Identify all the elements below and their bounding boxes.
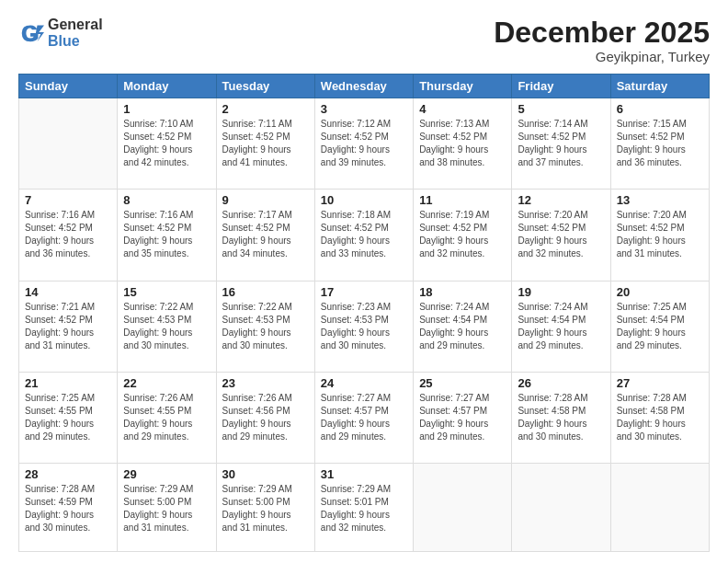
logo-general: General bbox=[48, 17, 103, 33]
calendar-cell: 15Sunrise: 7:22 AM Sunset: 4:53 PM Dayli… bbox=[118, 281, 216, 372]
calendar-cell: 31Sunrise: 7:29 AM Sunset: 5:01 PM Dayli… bbox=[314, 464, 413, 552]
day-info: Sunrise: 7:12 AM Sunset: 4:52 PM Dayligh… bbox=[321, 118, 407, 169]
day-info: Sunrise: 7:14 AM Sunset: 4:52 PM Dayligh… bbox=[518, 118, 604, 169]
calendar-cell: 30Sunrise: 7:29 AM Sunset: 5:00 PM Dayli… bbox=[216, 464, 314, 552]
calendar-cell: 27Sunrise: 7:28 AM Sunset: 4:58 PM Dayli… bbox=[610, 372, 709, 463]
calendar-cell: 21Sunrise: 7:25 AM Sunset: 4:55 PM Dayli… bbox=[19, 372, 118, 463]
month-title: December 2025 bbox=[494, 17, 710, 49]
day-info: Sunrise: 7:22 AM Sunset: 4:53 PM Dayligh… bbox=[123, 301, 210, 352]
day-number: 5 bbox=[518, 102, 604, 116]
day-info: Sunrise: 7:20 AM Sunset: 4:52 PM Dayligh… bbox=[617, 209, 703, 260]
calendar-cell: 25Sunrise: 7:27 AM Sunset: 4:57 PM Dayli… bbox=[414, 372, 512, 463]
logo-icon bbox=[18, 20, 44, 46]
day-info: Sunrise: 7:26 AM Sunset: 4:55 PM Dayligh… bbox=[123, 392, 210, 443]
day-number: 21 bbox=[25, 376, 111, 390]
day-number: 14 bbox=[25, 285, 111, 299]
calendar-table: SundayMondayTuesdayWednesdayThursdayFrid… bbox=[18, 74, 710, 552]
day-info: Sunrise: 7:13 AM Sunset: 4:52 PM Dayligh… bbox=[419, 118, 506, 169]
calendar-cell: 20Sunrise: 7:25 AM Sunset: 4:54 PM Dayli… bbox=[610, 281, 709, 372]
day-info: Sunrise: 7:10 AM Sunset: 4:52 PM Dayligh… bbox=[123, 118, 210, 169]
day-number: 19 bbox=[518, 285, 604, 299]
day-info: Sunrise: 7:20 AM Sunset: 4:52 PM Dayligh… bbox=[518, 209, 604, 260]
calendar-cell: 7Sunrise: 7:16 AM Sunset: 4:52 PM Daylig… bbox=[19, 190, 118, 281]
day-info: Sunrise: 7:26 AM Sunset: 4:56 PM Dayligh… bbox=[222, 392, 309, 443]
day-number: 16 bbox=[222, 285, 309, 299]
calendar-cell bbox=[414, 464, 512, 552]
column-header-sunday: Sunday bbox=[19, 75, 118, 98]
day-number: 4 bbox=[419, 102, 506, 116]
calendar-cell: 28Sunrise: 7:28 AM Sunset: 4:59 PM Dayli… bbox=[19, 464, 118, 552]
calendar-header-row: SundayMondayTuesdayWednesdayThursdayFrid… bbox=[19, 75, 710, 98]
day-number: 2 bbox=[222, 102, 309, 116]
calendar-cell: 12Sunrise: 7:20 AM Sunset: 4:52 PM Dayli… bbox=[512, 190, 610, 281]
day-number: 3 bbox=[321, 102, 407, 116]
column-header-wednesday: Wednesday bbox=[314, 75, 413, 98]
calendar-cell: 13Sunrise: 7:20 AM Sunset: 4:52 PM Dayli… bbox=[610, 190, 709, 281]
day-number: 9 bbox=[222, 193, 309, 207]
day-info: Sunrise: 7:29 AM Sunset: 5:00 PM Dayligh… bbox=[222, 483, 309, 534]
calendar-cell: 22Sunrise: 7:26 AM Sunset: 4:55 PM Dayli… bbox=[118, 372, 216, 463]
day-info: Sunrise: 7:28 AM Sunset: 4:58 PM Dayligh… bbox=[518, 392, 604, 443]
calendar-cell bbox=[610, 464, 709, 552]
day-info: Sunrise: 7:11 AM Sunset: 4:52 PM Dayligh… bbox=[222, 118, 309, 169]
calendar-cell: 24Sunrise: 7:27 AM Sunset: 4:57 PM Dayli… bbox=[314, 372, 413, 463]
calendar-week-1: 1Sunrise: 7:10 AM Sunset: 4:52 PM Daylig… bbox=[19, 98, 710, 190]
calendar-cell: 4Sunrise: 7:13 AM Sunset: 4:52 PM Daylig… bbox=[414, 98, 512, 190]
calendar-cell: 14Sunrise: 7:21 AM Sunset: 4:52 PM Dayli… bbox=[19, 281, 118, 372]
calendar-week-2: 7Sunrise: 7:16 AM Sunset: 4:52 PM Daylig… bbox=[19, 190, 710, 281]
calendar-cell: 23Sunrise: 7:26 AM Sunset: 4:56 PM Dayli… bbox=[216, 372, 314, 463]
location-subtitle: Geyikpinar, Turkey bbox=[494, 49, 710, 64]
calendar-cell: 2Sunrise: 7:11 AM Sunset: 4:52 PM Daylig… bbox=[216, 98, 314, 190]
day-info: Sunrise: 7:18 AM Sunset: 4:52 PM Dayligh… bbox=[321, 209, 407, 260]
day-number: 20 bbox=[617, 285, 703, 299]
day-info: Sunrise: 7:29 AM Sunset: 5:01 PM Dayligh… bbox=[321, 483, 407, 534]
calendar-cell: 8Sunrise: 7:16 AM Sunset: 4:52 PM Daylig… bbox=[118, 190, 216, 281]
day-number: 15 bbox=[123, 285, 210, 299]
day-number: 28 bbox=[25, 467, 111, 481]
day-info: Sunrise: 7:29 AM Sunset: 5:00 PM Dayligh… bbox=[123, 483, 210, 534]
calendar-cell: 6Sunrise: 7:15 AM Sunset: 4:52 PM Daylig… bbox=[610, 98, 709, 190]
calendar-week-5: 28Sunrise: 7:28 AM Sunset: 4:59 PM Dayli… bbox=[19, 464, 710, 552]
calendar-cell: 18Sunrise: 7:24 AM Sunset: 4:54 PM Dayli… bbox=[414, 281, 512, 372]
day-info: Sunrise: 7:16 AM Sunset: 4:52 PM Dayligh… bbox=[25, 209, 111, 260]
day-number: 12 bbox=[518, 193, 604, 207]
day-info: Sunrise: 7:21 AM Sunset: 4:52 PM Dayligh… bbox=[25, 301, 111, 352]
logo-text: General Blue bbox=[48, 17, 103, 49]
day-number: 11 bbox=[419, 193, 506, 207]
column-header-thursday: Thursday bbox=[414, 75, 512, 98]
calendar-week-4: 21Sunrise: 7:25 AM Sunset: 4:55 PM Dayli… bbox=[19, 372, 710, 463]
day-number: 18 bbox=[419, 285, 506, 299]
column-header-saturday: Saturday bbox=[610, 75, 709, 98]
logo-blue: Blue bbox=[48, 33, 103, 50]
calendar-cell: 29Sunrise: 7:29 AM Sunset: 5:00 PM Dayli… bbox=[118, 464, 216, 552]
day-number: 30 bbox=[222, 467, 309, 481]
day-number: 6 bbox=[617, 102, 703, 116]
day-number: 1 bbox=[123, 102, 210, 116]
day-info: Sunrise: 7:24 AM Sunset: 4:54 PM Dayligh… bbox=[419, 301, 506, 352]
day-info: Sunrise: 7:27 AM Sunset: 4:57 PM Dayligh… bbox=[321, 392, 407, 443]
day-number: 26 bbox=[518, 376, 604, 390]
calendar-week-3: 14Sunrise: 7:21 AM Sunset: 4:52 PM Dayli… bbox=[19, 281, 710, 372]
column-header-friday: Friday bbox=[512, 75, 610, 98]
calendar-cell: 10Sunrise: 7:18 AM Sunset: 4:52 PM Dayli… bbox=[314, 190, 413, 281]
day-number: 13 bbox=[617, 193, 703, 207]
calendar-cell: 11Sunrise: 7:19 AM Sunset: 4:52 PM Dayli… bbox=[414, 190, 512, 281]
day-number: 31 bbox=[321, 467, 407, 481]
day-info: Sunrise: 7:16 AM Sunset: 4:52 PM Dayligh… bbox=[123, 209, 210, 260]
day-number: 27 bbox=[617, 376, 703, 390]
day-number: 7 bbox=[25, 193, 111, 207]
calendar-cell: 16Sunrise: 7:22 AM Sunset: 4:53 PM Dayli… bbox=[216, 281, 314, 372]
column-header-monday: Monday bbox=[118, 75, 216, 98]
calendar-cell: 26Sunrise: 7:28 AM Sunset: 4:58 PM Dayli… bbox=[512, 372, 610, 463]
page: General Blue December 2025 Geyikpinar, T… bbox=[0, 0, 728, 563]
day-number: 22 bbox=[123, 376, 210, 390]
calendar-cell: 1Sunrise: 7:10 AM Sunset: 4:52 PM Daylig… bbox=[118, 98, 216, 190]
day-info: Sunrise: 7:15 AM Sunset: 4:52 PM Dayligh… bbox=[617, 118, 703, 169]
day-info: Sunrise: 7:23 AM Sunset: 4:53 PM Dayligh… bbox=[321, 301, 407, 352]
calendar-cell: 17Sunrise: 7:23 AM Sunset: 4:53 PM Dayli… bbox=[314, 281, 413, 372]
calendar-cell bbox=[512, 464, 610, 552]
day-info: Sunrise: 7:25 AM Sunset: 4:54 PM Dayligh… bbox=[617, 301, 703, 352]
calendar-cell: 5Sunrise: 7:14 AM Sunset: 4:52 PM Daylig… bbox=[512, 98, 610, 190]
day-info: Sunrise: 7:28 AM Sunset: 4:59 PM Dayligh… bbox=[25, 483, 111, 534]
day-info: Sunrise: 7:28 AM Sunset: 4:58 PM Dayligh… bbox=[617, 392, 703, 443]
